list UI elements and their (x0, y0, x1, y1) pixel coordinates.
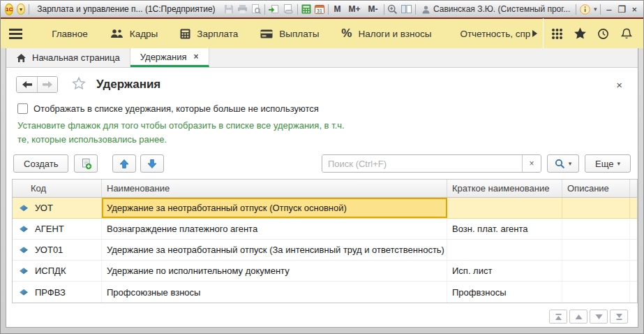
history-button[interactable] (592, 18, 615, 49)
cell-name: Вознаграждение платежного агента (102, 219, 447, 239)
divider (297, 4, 298, 15)
menu-item-label: Зарплата (197, 29, 238, 39)
memory-m-minus-button[interactable]: M- (366, 4, 380, 14)
divider (543, 18, 544, 49)
catalog-item-icon (20, 289, 28, 296)
table-header-row: Код Наименование Краткое наименование Оп… (13, 180, 637, 198)
menu-item-zarplata[interactable]: Зарплата (169, 18, 249, 49)
split-window-icon[interactable] (401, 3, 412, 16)
close-window-button[interactable]: × (630, 3, 639, 15)
cell-description (562, 198, 630, 218)
column-header-description[interactable]: Описание (562, 180, 630, 197)
divider (576, 4, 576, 15)
arrow-first-icon (554, 313, 563, 321)
show-unused-checkbox[interactable] (17, 103, 28, 114)
menu-overflow-arrow[interactable] (530, 30, 540, 37)
info-icon[interactable] (580, 3, 590, 16)
back-button[interactable] (17, 77, 37, 92)
user-icon (421, 5, 430, 14)
cell-name-active[interactable]: Удержание за неотработанный отпуск (Отпу… (102, 198, 447, 218)
menu-item-kadry[interactable]: Кадры (99, 18, 169, 49)
search-clear-button[interactable]: × (522, 155, 541, 172)
move-up-button[interactable] (112, 154, 136, 173)
column-header-code[interactable]: Код (13, 180, 102, 197)
cell-description (562, 240, 630, 260)
menu-item-label: Налоги и взносы (358, 29, 431, 39)
cell-name: Удержание за неотработанный отпуск (За и… (102, 240, 447, 260)
tab-uderzhaniya[interactable]: Удержания × (130, 48, 209, 67)
column-header-stub (630, 180, 637, 197)
cell-stub (630, 261, 637, 281)
memory-m-button[interactable]: M (332, 4, 343, 14)
bell-icon (621, 28, 632, 40)
go-next-button[interactable] (590, 310, 608, 324)
window-frame: Начальная страница Удержания × Удержания… (1, 48, 643, 333)
column-header-name[interactable]: Наименование (102, 180, 447, 197)
title-bar: 1С ▾ Зарплата и управление п... (1С:Пред… (1, 1, 643, 17)
maximize-button[interactable]: ❐ (617, 3, 626, 15)
percent-icon: % (341, 27, 352, 41)
menu-item-label: Кадры (130, 29, 158, 39)
print-icon[interactable] (237, 3, 248, 16)
go-last-button[interactable] (610, 310, 628, 324)
go-prev-button[interactable] (569, 310, 587, 324)
system-menu-button[interactable]: ▾ (17, 3, 24, 15)
apps-grid-icon (551, 28, 563, 40)
calendar-icon[interactable]: 31 (315, 3, 324, 16)
arrow-last-icon (615, 313, 624, 321)
tab-home[interactable]: Начальная страница (6, 48, 130, 67)
catalog-item-icon (20, 226, 28, 232)
all-functions-button[interactable] (546, 18, 569, 49)
zoom-icon[interactable] (387, 3, 398, 16)
caret-down-icon[interactable]: ▾ (594, 6, 597, 13)
menu-item-nalogi[interactable]: % Налоги и взносы (330, 18, 442, 49)
cell-code: ИСПДК (35, 266, 66, 276)
form-close-button[interactable]: × (616, 79, 622, 91)
divider (264, 4, 265, 15)
table-row[interactable]: АГЕНТ Вознаграждение платежного агента В… (13, 219, 637, 240)
tab-close-icon[interactable]: × (194, 52, 199, 61)
move-down-button[interactable] (140, 154, 164, 173)
table-row[interactable]: УОТ01 Удержание за неотработанный отпуск… (13, 240, 637, 261)
show-unused-row: Отображать в списке удержания, которые б… (17, 103, 634, 114)
forward-button[interactable] (37, 77, 57, 92)
current-user-button[interactable]: Савинская З.Ю. (Системный прог... (419, 4, 572, 14)
go-first-button[interactable] (549, 310, 567, 324)
search-options-button[interactable]: ▾ (547, 154, 579, 173)
calculator-icon[interactable] (301, 3, 311, 16)
copy-document-icon (80, 158, 92, 170)
print-preview-icon[interactable] (251, 3, 261, 16)
menu-item-otchetnost[interactable]: Отчетность, спр (442, 18, 530, 49)
table-row[interactable]: УОТ Удержание за неотработанный отпуск (… (13, 198, 637, 219)
search-input[interactable] (322, 155, 522, 172)
column-header-short-name[interactable]: Краткое наименование (447, 180, 562, 197)
save-icon[interactable] (224, 3, 234, 16)
menu-item-label: Выплаты (279, 29, 319, 39)
table-row[interactable]: ИСПДК Удержание по исполнительному докум… (13, 261, 637, 282)
hamburger-menu-button[interactable] (9, 23, 31, 44)
form-header: Удержания × (10, 68, 634, 93)
cell-name: Профсоюзные взносы (102, 282, 447, 303)
more-button[interactable]: Еще ▾ (585, 154, 631, 173)
catalog-item-icon (20, 205, 28, 211)
hint-text: Установите флажок для того чтобы отобраз… (17, 119, 351, 147)
memory-m-plus-button[interactable]: M+ (347, 4, 363, 14)
cell-code: УОТ01 (35, 245, 63, 255)
create-by-copy-button[interactable] (74, 154, 98, 173)
history-clock-icon (597, 28, 609, 40)
catalog-item-icon (20, 247, 28, 253)
tab-label: Удержания (140, 52, 187, 62)
minimize-button[interactable]: – (604, 3, 613, 15)
menu-item-glavnoe[interactable]: Главное (40, 18, 99, 49)
create-button[interactable]: Создать (13, 154, 68, 173)
table-row[interactable]: ПРФВЗ Профсоюзные взносы Профвзносы (13, 282, 637, 303)
user-name: Савинская З.Ю. (Системный прог... (433, 4, 570, 14)
menu-item-vyplaty[interactable]: Выплаты (249, 18, 330, 49)
page-title: Удержания (96, 78, 160, 92)
favorites-button[interactable] (569, 18, 592, 49)
get-link-icon[interactable] (268, 3, 279, 16)
go-to-link-icon[interactable] (283, 3, 294, 16)
favorite-star-icon[interactable] (72, 77, 86, 92)
caret-down-icon: ▾ (569, 161, 572, 167)
notifications-button[interactable] (615, 18, 638, 49)
